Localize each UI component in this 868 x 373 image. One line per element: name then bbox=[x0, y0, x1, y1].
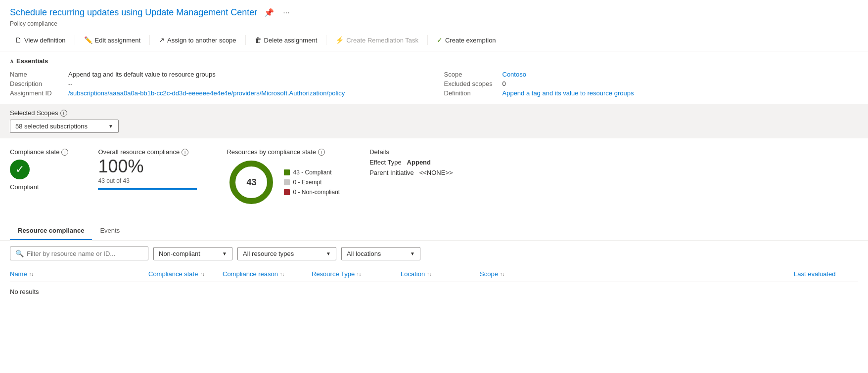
resource-type-filter-dropdown[interactable]: All resource types ▼ bbox=[237, 247, 336, 260]
essentials-row-definition: Definition Append a tag and its value to… bbox=[444, 88, 859, 98]
essentials-section: ∧ Essentials Name Append tag and its def… bbox=[0, 51, 868, 104]
overall-percent: 100% bbox=[98, 158, 197, 175]
th-resource-type[interactable]: Resource Type ↑↓ bbox=[312, 270, 401, 278]
resources-by-state-title: Resources by compliance state i bbox=[227, 148, 340, 156]
toolbar-divider-3 bbox=[245, 35, 246, 45]
overall-compliance-box: Overall resource compliance i 100% 43 ou… bbox=[98, 148, 197, 190]
location-sort-icon: ↑↓ bbox=[427, 272, 431, 277]
details-box: Details Effect Type Append Parent Initia… bbox=[369, 148, 453, 176]
compliance-state-info-icon[interactable]: i bbox=[61, 149, 68, 156]
donut-chart: 43 bbox=[227, 158, 276, 207]
th-compliance-reason[interactable]: Compliance reason ↑↓ bbox=[223, 270, 312, 278]
compliance-filter-dropdown[interactable]: Non-compliant ▼ bbox=[153, 247, 232, 260]
search-icon: 🔍 bbox=[15, 249, 24, 257]
th-compliance-state[interactable]: Compliance state ↑↓ bbox=[148, 270, 223, 278]
page-subtitle: Policy compliance bbox=[10, 20, 858, 27]
compliance-state-sort-icon: ↑↓ bbox=[200, 272, 204, 277]
donut-center-label: 43 bbox=[246, 177, 256, 188]
th-name[interactable]: Name ↑↓ bbox=[10, 270, 148, 278]
scopes-dropdown-arrow-icon: ▼ bbox=[108, 124, 113, 129]
resources-by-state-box: Resources by compliance state i 43 43 - … bbox=[227, 148, 340, 207]
tab-resource-compliance[interactable]: Resource compliance bbox=[10, 222, 92, 240]
name-sort-icon: ↑↓ bbox=[29, 272, 34, 277]
exempt-dot-icon bbox=[284, 179, 290, 185]
scopes-info-icon[interactable]: i bbox=[60, 110, 67, 117]
legend: 43 - Compliant 0 - Exempt 0 - Non-compli… bbox=[284, 169, 340, 196]
more-button[interactable]: ··· bbox=[281, 6, 291, 19]
create-exemption-button[interactable]: ✓ Create exemption bbox=[432, 33, 501, 47]
scopes-label: Selected Scopes i bbox=[10, 109, 858, 117]
compliance-state-title: Compliance state i bbox=[10, 148, 68, 156]
th-location[interactable]: Location ↑↓ bbox=[401, 270, 480, 278]
scope-sort-icon: ↑↓ bbox=[500, 272, 504, 277]
overall-count: 43 out of 43 bbox=[98, 177, 197, 184]
essentials-row-description: Description -- bbox=[10, 79, 424, 88]
delete-assignment-button[interactable]: 🗑 Delete assignment bbox=[250, 33, 322, 47]
scopes-section: Selected Scopes i 58 selected subscripti… bbox=[0, 104, 868, 138]
overall-compliance-title: Overall resource compliance i bbox=[98, 148, 197, 156]
overall-compliance-info-icon[interactable]: i bbox=[182, 149, 188, 156]
search-input-container[interactable]: 🔍 bbox=[10, 247, 148, 260]
essentials-right: Scope Contoso Excluded scopes 0 Definiti… bbox=[444, 70, 859, 98]
essentials-header[interactable]: ∧ Essentials bbox=[10, 57, 858, 65]
view-definition-button[interactable]: 🗋 View definition bbox=[10, 33, 71, 47]
compliant-dot-icon bbox=[284, 169, 290, 175]
toolbar-divider-1 bbox=[75, 35, 75, 45]
scopes-dropdown[interactable]: 58 selected subscriptions ▼ bbox=[10, 120, 119, 133]
exemption-icon: ✓ bbox=[437, 36, 443, 44]
essentials-left: Name Append tag and its default value to… bbox=[10, 70, 424, 98]
compliant-icon: ✓ bbox=[10, 160, 30, 179]
tab-events[interactable]: Events bbox=[92, 222, 128, 240]
view-definition-icon: 🗋 bbox=[15, 36, 22, 44]
assign-scope-icon: ↗ bbox=[159, 36, 165, 44]
compliant-label: Compliant bbox=[10, 183, 39, 191]
essentials-row-excluded-scopes: Excluded scopes 0 bbox=[444, 79, 859, 88]
search-input[interactable] bbox=[27, 250, 143, 257]
donut-legend: 43 43 - Compliant 0 - Exempt 0 - Non-com… bbox=[227, 158, 340, 207]
th-scope[interactable]: Scope ↑↓ bbox=[480, 270, 794, 278]
delete-icon: 🗑 bbox=[255, 36, 262, 44]
create-remediation-button[interactable]: ⚡ Create Remediation Task bbox=[330, 33, 423, 47]
toolbar-divider-2 bbox=[149, 35, 150, 45]
essentials-grid: Name Append tag and its default value to… bbox=[10, 70, 858, 98]
resources-by-state-info-icon[interactable]: i bbox=[318, 149, 325, 156]
tabs: Resource compliance Events bbox=[0, 222, 868, 241]
legend-compliant: 43 - Compliant bbox=[284, 169, 340, 176]
toolbar-divider-4 bbox=[326, 35, 326, 45]
progress-fill bbox=[98, 188, 197, 190]
toolbar-divider-5 bbox=[427, 35, 428, 45]
effect-type-row: Effect Type Append bbox=[369, 159, 453, 166]
legend-noncompliant: 0 - Non-compliant bbox=[284, 189, 340, 196]
compliance-reason-sort-icon: ↑↓ bbox=[280, 272, 284, 277]
location-filter-dropdown[interactable]: All locations ▼ bbox=[341, 247, 420, 260]
noncompliant-dot-icon bbox=[284, 189, 290, 195]
compliance-section: Compliance state i ✓ Compliant Overall r… bbox=[0, 138, 868, 217]
th-last-evaluated[interactable]: Last evaluated bbox=[794, 270, 858, 278]
assign-scope-button[interactable]: ↗ Assign to another scope bbox=[154, 33, 241, 47]
filters-section: 🔍 Non-compliant ▼ All resource types ▼ A… bbox=[0, 241, 868, 266]
location-filter-arrow-icon: ▼ bbox=[410, 251, 415, 256]
remediation-icon: ⚡ bbox=[335, 36, 344, 44]
compliance-filter-arrow-icon: ▼ bbox=[222, 251, 227, 256]
resource-type-filter-arrow-icon: ▼ bbox=[326, 251, 331, 256]
edit-icon: ✏️ bbox=[84, 36, 92, 44]
no-results: No results bbox=[10, 282, 858, 301]
edit-assignment-button[interactable]: ✏️ Edit assignment bbox=[79, 33, 146, 47]
essentials-row-name: Name Append tag and its default value to… bbox=[10, 70, 424, 79]
essentials-row-scope: Scope Contoso bbox=[444, 70, 859, 79]
page-header: Schedule recurring updates using Update … bbox=[0, 0, 868, 29]
essentials-chevron-icon: ∧ bbox=[10, 58, 13, 64]
progress-bar bbox=[98, 188, 197, 190]
table-section: Name ↑↓ Compliance state ↑↓ Compliance r… bbox=[0, 266, 868, 301]
resource-type-sort-icon: ↑↓ bbox=[357, 272, 361, 277]
pin-button[interactable]: 📌 bbox=[262, 6, 276, 19]
parent-initiative-row: Parent Initiative <<NONE>> bbox=[369, 169, 453, 176]
legend-exempt: 0 - Exempt bbox=[284, 179, 340, 186]
essentials-row-assignment-id: Assignment ID /subscriptions/aaaa0a0a-bb… bbox=[10, 88, 424, 98]
page-title[interactable]: Schedule recurring updates using Update … bbox=[10, 7, 257, 18]
compliance-state-box: Compliance state i ✓ Compliant bbox=[10, 148, 68, 191]
toolbar: 🗋 View definition ✏️ Edit assignment ↗ A… bbox=[0, 29, 868, 51]
table-header: Name ↑↓ Compliance state ↑↓ Compliance r… bbox=[10, 266, 858, 282]
